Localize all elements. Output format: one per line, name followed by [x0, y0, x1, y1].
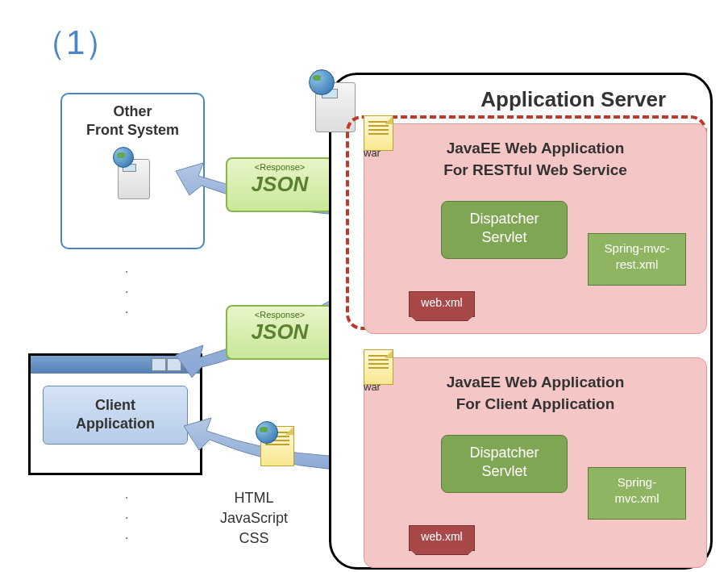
label: Other [113, 103, 152, 119]
application-server-title: Application Server [480, 87, 666, 112]
response-tag: <Response> [227, 162, 332, 172]
spring-xml-box: Spring- mvc.xml [588, 467, 686, 520]
webxml-box: web.xml [409, 291, 475, 317]
application-server-container: Application Server JavaEE Web Applicatio… [329, 73, 713, 570]
label: Servlet [481, 229, 526, 245]
war-label: war [364, 147, 381, 159]
label: Client [95, 397, 135, 413]
war-label: war [364, 381, 381, 393]
globe-icon [256, 421, 278, 444]
label: Spring-mvc- [605, 241, 670, 255]
titlebar [31, 356, 200, 374]
diagram-number: （1） [32, 20, 119, 65]
dispatcher-servlet-box: Dispatcher Servlet [441, 435, 568, 493]
label: Dispatcher [469, 211, 539, 227]
war-file-icon: war [364, 115, 397, 159]
document-icon [260, 426, 299, 473]
label: Servlet [481, 463, 526, 479]
html-stack-label: HTML JavaScript CSS [220, 488, 288, 549]
label: For Client Application [456, 395, 615, 412]
javaee-rest-title: JavaEE Web Application For RESTful Web S… [374, 138, 697, 181]
client-application-window: Client Application [28, 353, 202, 475]
label: JavaEE Web Application [447, 374, 625, 390]
ellipsis: ・・・ [121, 262, 132, 324]
label: For RESTful Web Service [443, 161, 627, 178]
label: Application [76, 415, 155, 432]
json-response-badge: <Response> JSON [226, 305, 334, 360]
label: HTML [235, 490, 274, 506]
globe-icon [309, 69, 335, 95]
label: rest.xml [616, 257, 659, 271]
client-application-button: Client Application [43, 386, 188, 445]
war-file-icon: war [364, 349, 397, 393]
json-label: JSON [227, 319, 332, 344]
dispatcher-servlet-box: Dispatcher Servlet [441, 201, 568, 259]
javaee-client-box: JavaEE Web Application For Client Applic… [364, 357, 707, 568]
globe-icon [113, 147, 134, 168]
webxml-box: web.xml [409, 525, 475, 551]
label: Front System [86, 122, 179, 138]
spring-xml-box: Spring-mvc- rest.xml [588, 233, 686, 286]
other-front-system-box: Other Front System [60, 93, 205, 249]
response-tag: <Response> [227, 310, 332, 319]
label: CSS [239, 530, 269, 546]
other-front-title: Other Front System [70, 102, 195, 140]
javaee-rest-box: JavaEE Web Application For RESTful Web S… [364, 123, 707, 334]
label: JavaScript [220, 510, 288, 526]
label: JavaEE Web Application [447, 140, 625, 157]
label: mvc.xml [615, 491, 659, 505]
label: Dispatcher [469, 445, 539, 461]
label: Spring- [618, 475, 656, 489]
server-icon [113, 147, 153, 199]
json-response-badge: <Response> JSON [226, 157, 334, 212]
ellipsis: ・・・ [121, 488, 132, 549]
json-label: JSON [227, 172, 332, 197]
server-icon [309, 69, 357, 132]
javaee-client-title: JavaEE Web Application For Client Applic… [374, 372, 697, 415]
